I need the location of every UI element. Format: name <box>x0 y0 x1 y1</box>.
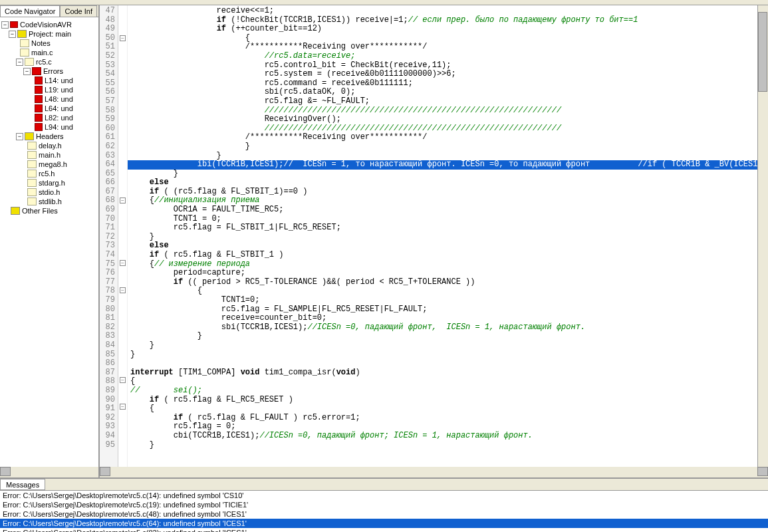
tab-code-navigator[interactable]: Code Navigator <box>0 5 60 17</box>
code-line[interactable]: // sei(); <box>128 386 768 396</box>
code-line[interactable]: ibi(TCCR1B,ICES1);// ICESn = 1, то нарас… <box>128 160 768 170</box>
code-line[interactable]: if ( (rc5.flag & FL_STBIT_1)==0 ) <box>128 188 768 197</box>
code-line[interactable]: { <box>128 34 768 43</box>
code-line[interactable] <box>128 359 768 368</box>
tree-error-item[interactable]: L48: und <box>1 94 97 104</box>
messages-list[interactable]: Error: C:\Users\Sergej\Desktop\remote\rc… <box>0 491 768 532</box>
tree-error-item[interactable]: L94: und <box>1 122 97 132</box>
code-line[interactable]: cbi(TCCR1B,ICES1);//ICESn =0, падающий ф… <box>128 432 768 441</box>
code-line[interactable]: if (++counter_bit==12) <box>128 25 768 34</box>
tree-header-item[interactable]: rc5.h <box>1 169 97 178</box>
code-line[interactable]: ////////////////////////////////////////… <box>128 124 768 134</box>
vertical-scrollbar[interactable] <box>757 5 768 467</box>
project-tree[interactable]: −CodeVisionAVR −Project: main Notes main… <box>0 17 98 467</box>
code-line[interactable]: } <box>128 350 768 360</box>
code-line[interactable]: { <box>128 404 768 414</box>
tree-errors[interactable]: −Errors <box>1 66 97 76</box>
code-line[interactable]: } <box>128 441 768 450</box>
tree-header-item[interactable]: stdio.h <box>1 188 97 197</box>
tree-root[interactable]: −CodeVisionAVR <box>1 20 97 29</box>
collapse-icon[interactable]: − <box>9 31 16 38</box>
code-line[interactable]: /***********Receiving over***********/ <box>128 133 768 142</box>
tree-other-files[interactable]: Other Files <box>1 206 97 215</box>
message-line[interactable]: Error: C:\Users\Sergej\Desktop\remote\rc… <box>0 519 768 528</box>
tree-mainc[interactable]: main.c <box>1 48 97 57</box>
code-line[interactable]: OCR1A = FAULT_TIME_RC5; <box>128 205 768 215</box>
code-line[interactable]: rc5.control_bit = CheckBit(receive,11); <box>128 61 768 70</box>
tab-code-inf[interactable]: Code Inf <box>60 5 97 17</box>
scroll-left-icon[interactable] <box>100 467 110 476</box>
code-line[interactable]: if (!CheckBit(TCCR1B,ICES1)) receive|=1;… <box>128 16 768 25</box>
tree-error-item[interactable]: L64: und <box>1 104 97 113</box>
tree-header-item[interactable]: stdarg.h <box>1 178 97 188</box>
code-line[interactable]: rc5.flag &= ~FL_FAULT; <box>128 97 768 106</box>
fold-toggle[interactable]: − <box>120 404 126 410</box>
code-line[interactable]: sbi(TCCR1B,ICES1);//ICESn =0, падающий ф… <box>128 323 768 332</box>
fold-toggle[interactable]: − <box>120 377 126 383</box>
editor-hscroll[interactable] <box>100 467 768 477</box>
code-line[interactable]: } <box>128 170 768 179</box>
code-line[interactable]: {//инициализация приема <box>128 196 768 205</box>
left-hscroll[interactable] <box>0 467 100 477</box>
fold-toggle[interactable]: − <box>120 287 126 293</box>
code-line[interactable]: } <box>128 142 768 152</box>
code-line[interactable]: //rc5.data=receive; <box>128 52 768 61</box>
code-line[interactable]: else <box>128 241 768 251</box>
scroll-left-icon[interactable] <box>0 467 11 476</box>
tree-header-item[interactable]: stdlib.h <box>1 197 97 206</box>
code-line[interactable]: sbi(rc5.dataOK, 0); <box>128 88 768 97</box>
tree-rc5c[interactable]: −rc5.c <box>1 57 97 66</box>
scroll-thumb[interactable] <box>758 12 767 92</box>
code-line[interactable]: ReceivingOver(); <box>128 115 768 124</box>
code-line[interactable]: rc5.flag = 0; <box>128 422 768 432</box>
code-line[interactable]: rc5.flag = FL_STBIT_1|FL_RC5_RESET; <box>128 223 768 233</box>
code-line[interactable]: } <box>128 341 768 350</box>
tree-project[interactable]: −Project: main <box>1 29 97 39</box>
code-content[interactable]: receive<<=1; if (!CheckBit(TCCR1B,ICES1)… <box>128 5 768 467</box>
fold-toggle[interactable]: − <box>120 260 126 266</box>
collapse-icon[interactable]: − <box>16 59 23 66</box>
collapse-icon[interactable]: − <box>1 21 9 29</box>
code-line[interactable]: ////////////////////////////////////////… <box>128 106 768 116</box>
message-line[interactable]: Error: C:\Users\Sergej\Desktop\remote\rc… <box>0 528 768 532</box>
code-line[interactable]: interrupt [TIM1_COMPA] void tim1_compa_i… <box>128 368 768 378</box>
tree-error-item[interactable]: L19: und <box>1 85 97 94</box>
code-line[interactable]: if ( rc5.flag & FL_FAULT ) rc5.error=1; <box>128 414 768 423</box>
code-line[interactable]: rc5.system = (receive&0b01111000000)>>6; <box>128 70 768 79</box>
editor[interactable]: 4748495051525354555657585960616263646566… <box>100 5 768 467</box>
tree-error-item[interactable]: L82: und <box>1 113 97 122</box>
code-line[interactable]: } <box>128 152 768 161</box>
code-line[interactable]: rc5.command = receive&0b111111; <box>128 79 768 88</box>
collapse-icon[interactable]: − <box>23 68 31 75</box>
collapse-icon[interactable]: − <box>16 133 23 140</box>
code-line[interactable]: } <box>128 332 768 341</box>
code-line[interactable]: if (( period > RC5_T-TOLERANCE )&&( peri… <box>128 278 768 287</box>
message-line[interactable]: Error: C:\Users\Sergej\Desktop\remote\rc… <box>0 509 768 519</box>
tree-headers[interactable]: −Headers <box>1 132 97 141</box>
tree-error-item[interactable]: L14: und <box>1 76 97 85</box>
tree-notes[interactable]: Notes <box>1 39 97 48</box>
scroll-right-icon[interactable] <box>757 467 768 476</box>
code-line[interactable]: { <box>128 377 768 386</box>
code-line[interactable]: period=capture; <box>128 269 768 278</box>
tree-header-item[interactable]: delay.h <box>1 141 97 150</box>
code-line[interactable]: /***********Receiving over***********/ <box>128 43 768 52</box>
fold-toggle[interactable]: − <box>120 198 126 203</box>
code-line[interactable]: {// измерение периода <box>128 260 768 269</box>
message-line[interactable]: Error: C:\Users\Sergej\Desktop\remote\rc… <box>0 491 768 500</box>
code-line[interactable]: TCNT1 = 0; <box>128 215 768 224</box>
code-line[interactable]: receive<<=1; <box>128 7 768 16</box>
code-line[interactable]: TCNT1=0; <box>128 296 768 305</box>
tree-header-item[interactable]: main.h <box>1 150 97 160</box>
message-line[interactable]: Error: C:\Users\Sergej\Desktop\remote\rc… <box>0 500 768 509</box>
code-line[interactable]: if ( rc5.flag & FL_STBIT_1 ) <box>128 251 768 260</box>
tree-header-item[interactable]: mega8.h <box>1 160 97 169</box>
fold-toggle[interactable]: − <box>120 35 126 41</box>
code-line[interactable]: { <box>128 287 768 296</box>
code-line[interactable]: } <box>128 233 768 242</box>
code-line[interactable]: rc5.flag = FL_SAMPLE|FL_RC5_RESET|FL_FAU… <box>128 305 768 315</box>
messages-tab[interactable]: Messages <box>0 479 45 490</box>
code-line[interactable]: receive=counter_bit=0; <box>128 314 768 323</box>
code-line[interactable]: else <box>128 178 768 188</box>
code-line[interactable]: if ( rc5.flag & FL_RC5_RESET ) <box>128 396 768 405</box>
